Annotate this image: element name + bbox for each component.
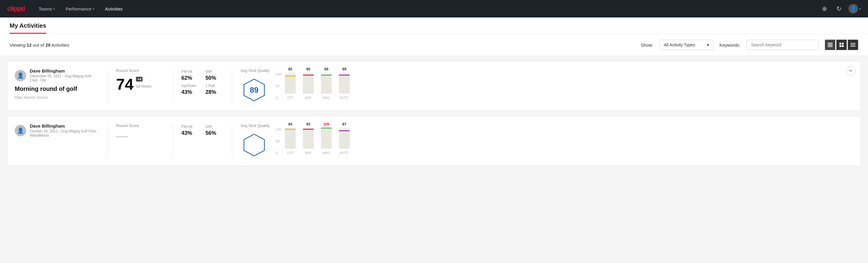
round-score-label-2: Round Score [116,123,164,128]
compact-list-view-button[interactable] [825,39,836,50]
app-value-2: 93 [306,122,310,126]
svg-rect-2 [828,45,833,46]
arg-label: ARG [323,96,330,99]
user-name-2: Dave Billingham [30,123,99,128]
card-divider-5 [173,123,173,158]
score-row: 74 +4 18 Holes [116,77,164,92]
bar-chart-2: 100 50 0 94 O [276,127,853,155]
svg-rect-1 [828,44,833,45]
user-menu-button[interactable]: 👤 ▾ [848,4,861,13]
score-number: 74 [116,77,133,92]
grid-view-button[interactable] [836,39,847,50]
svg-rect-5 [842,43,844,45]
score-section: Round Score 74 +4 18 Holes [116,68,164,104]
performance-chevron-icon: ▾ [93,7,94,10]
app-bar-2 [303,127,314,149]
chart-bars-2: 94 OTT 93 [285,127,350,155]
keyword-search-input[interactable] [746,40,819,50]
svg-rect-8 [850,43,856,43]
activity-title: Morning round of golf [15,85,99,92]
holes-label: 18 Holes [136,84,151,88]
svg-rect-3 [828,46,833,47]
score-dash [116,136,128,137]
gir-stat-2: GIR 56% [206,124,223,136]
putt-label: PUTT [340,96,349,99]
putt-bar-2 [339,127,350,149]
score-section-2: Round Score [116,123,164,158]
keywords-label: Keywords: [719,42,741,48]
compact-list-icon [828,43,833,47]
updown-stat: Up/Down 43% [181,84,199,95]
navbar-right: ⊕ ↻ 👤 ▾ [819,4,861,13]
svg-rect-0 [828,43,833,43]
edit-button[interactable]: ✏ [846,66,856,76]
grid-icon [839,43,844,47]
activity-card: ✏ 👤 Dave Billingham December 05, 2021 - … [7,61,861,111]
arg-value-2: 106 [323,122,329,126]
app-bar [303,72,314,94]
filters-bar: Viewing 12 out of 29 Activities Show: Al… [0,34,868,56]
activity-type-chevron-icon: ▾ [707,42,709,47]
chart-column-ott: 85 OTT [285,67,296,99]
main-content: ✏ 👤 Dave Billingham December 05, 2021 - … [0,61,868,178]
add-button[interactable]: ⊕ [819,4,829,13]
score-row-2 [116,132,164,137]
putt-bar [339,72,350,94]
stats-section: FW Hit 62% GIR 50% Up/Down 43% 1 Putt 28… [181,68,223,104]
user-name: Dave Billingham [30,68,99,74]
avg-shot-quality-label-2: Avg Shot Quality [241,123,270,128]
svg-rect-10 [850,46,856,47]
card-divider-6 [232,123,232,158]
round-score-label: Round Score [116,68,164,73]
page-title: My Activities [10,22,46,34]
gir-stat: GIR 50% [206,69,223,81]
activity-type-dropdown[interactable]: All Activity Types ▾ [659,40,713,50]
arg-value: 89 [324,67,328,71]
card-left: 👤 Dave Billingham December 05, 2021 - Go… [15,68,99,104]
ott-value: 85 [288,67,292,71]
navbar: clippd Teams ▾ Performance ▾ Activities … [0,0,868,18]
teams-chevron-icon: ▾ [53,7,55,10]
list-view-button[interactable] [847,39,858,50]
card-divider-3 [232,68,232,104]
nav-performance[interactable]: Performance ▾ [61,4,98,14]
chart-column-putt-2: 87 PUTT [339,122,350,155]
logo: clippd [7,5,25,12]
ott-bar-2 [285,127,296,149]
refresh-button[interactable]: ↻ [834,4,844,13]
app-label-2: APP [305,151,312,155]
svg-rect-7 [842,45,844,47]
data-source: Data Source: Arccos [15,95,99,99]
chart-y-labels: 100 50 0 [276,72,282,99]
user-row-2: 👤 Dave Billingham October 16, 2021 - Gog… [15,123,99,138]
app-value: 90 [306,67,310,71]
nav-teams[interactable]: Teams ▾ [35,4,59,14]
avg-shot-value: 89 [250,85,259,95]
chart-bars: 85 OTT 90 [285,72,350,99]
putt-label-2: PUTT [340,151,349,155]
putt-value: 89 [342,67,346,71]
ott-label: OTT [287,96,293,99]
shot-quality-section: Avg Shot Quality 89 100 50 0 [241,68,853,104]
chart-column-ott-2: 94 OTT [285,122,296,155]
arg-bar [321,72,332,94]
user-avatar-2: 👤 [15,125,26,136]
svg-rect-6 [839,45,841,47]
shot-quality-section-2: Avg Shot Quality 100 50 0 [241,123,853,158]
user-row: 👤 Dave Billingham December 05, 2021 - Go… [15,68,99,83]
oneputt-stat: 1 Putt 28% [206,84,223,95]
nav-activities[interactable]: Activities [101,4,127,14]
chart-column-app: 90 APP [303,67,314,99]
fw-hit-stat: FW Hit 62% [181,69,199,81]
card-divider-4 [107,123,108,158]
user-date: December 05, 2021 - Gog Magog Golf Club … [30,74,99,83]
avatar: 👤 [848,4,858,13]
hexagon-2 [242,133,266,157]
card-left-2: 👤 Dave Billingham October 16, 2021 - Gog… [15,123,99,158]
user-date-2: October 16, 2021 - Gog Magog Golf Club -… [30,129,99,138]
view-toggle-group [825,39,858,50]
ott-bar [285,72,296,94]
chart-column-arg: 89 ARG [321,67,332,99]
activity-card: 👤 Dave Billingham October 16, 2021 - Gog… [7,116,861,166]
shot-quality-container-2: Avg Shot Quality [241,123,270,158]
